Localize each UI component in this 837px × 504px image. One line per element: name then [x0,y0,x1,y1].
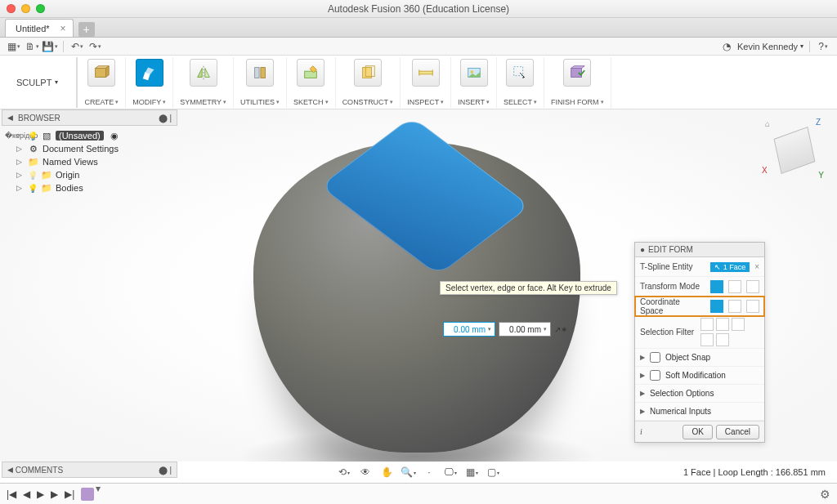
svg-point-8 [470,70,473,74]
file-menu-button[interactable]: 🗎 [25,39,39,54]
timeline-start-button[interactable]: |◀ [7,488,16,500]
soft-mod-checkbox[interactable] [650,370,660,381]
grid-button[interactable]: ▦ [463,465,480,479]
pan-button[interactable]: ✋ [378,465,395,479]
ribbon-label: CREATE [84,98,119,106]
browser-item[interactable]: ▷⚙Document Settings [2,142,177,155]
timeline-playhead[interactable]: ▾ [96,483,101,494]
ribbon-sketch[interactable]: SKETCH [287,57,336,108]
inspect-icon [412,59,440,87]
fit-button[interactable]: · [421,465,437,479]
new-tab-button[interactable]: + [78,22,95,37]
filter-option[interactable] [732,318,745,331]
svg-rect-10 [571,68,582,77]
info-icon[interactable]: i [640,427,642,436]
filter-option[interactable] [700,333,714,346]
viewport-button[interactable]: ▢ [485,465,501,479]
display-button[interactable]: 🖵 [442,465,459,479]
home-icon[interactable]: ⌂ [765,119,770,128]
undo-button[interactable]: ↶ [69,39,84,54]
svg-rect-3 [305,71,317,78]
filter-option[interactable] [716,333,729,346]
job-status-icon[interactable]: ◔ [719,39,734,54]
ribbon-select[interactable]: SELECT [497,57,544,108]
coord-space-option[interactable] [746,300,759,313]
folder-icon: 📁 [41,170,52,181]
settings-gear-icon[interactable]: ⚙ [820,488,830,501]
coord-space-option[interactable] [728,300,741,313]
flyout-icon[interactable]: ↗✶ [554,322,567,337]
transform-mode-option[interactable] [728,280,741,293]
utilities-icon [246,59,274,87]
browser-item[interactable]: ▷💡📁Origin [2,168,177,181]
transform-mode-option[interactable] [746,280,759,293]
object-snap-checkbox[interactable] [650,352,660,363]
selection-pill[interactable]: ↖1 Face [710,262,750,272]
viewcube[interactable]: ⌂ Z X Y [768,123,822,176]
close-tab-icon[interactable]: × [60,23,66,34]
ribbon-utilities[interactable]: UTILITIES [234,57,287,108]
browser-item[interactable]: ▷📁Named Views [2,155,177,168]
ribbon-finish-form[interactable]: FINISH FORM [544,57,611,108]
user-menu[interactable]: Kevin Kennedy▾ [737,42,803,51]
svg-rect-1 [255,67,260,78]
timeline-end-button[interactable]: ▶| [65,488,74,500]
ok-button[interactable]: OK [683,425,712,439]
radio-icon[interactable]: ◉ [110,131,119,141]
save-button[interactable]: 💾 [43,39,57,54]
separator [63,41,64,52]
document-tab-title: Untitled* [16,24,50,33]
object-snap-section[interactable]: ▶Object Snap [635,349,764,367]
lightbulb-icon[interactable]: 💡 [28,132,38,140]
sketch-icon [297,59,325,87]
transform-mode-option[interactable] [710,280,723,293]
cancel-button[interactable]: Cancel [716,425,759,439]
help-button[interactable]: ? [816,39,830,54]
clear-selection-icon[interactable]: × [754,262,759,271]
orbit-button[interactable]: ⟲ [336,465,352,479]
zoom-button[interactable]: 🔍 [400,465,416,479]
ribbon-label: FINISH FORM [551,98,604,106]
browser-item[interactable]: ▷💡📁Bodies [2,181,177,194]
soft-modification-section[interactable]: ▶Soft Modification [635,367,764,385]
ribbon-create[interactable]: CREATE [78,57,126,108]
data-panel-button[interactable]: ▦ [7,39,21,54]
edit-form-panel: ●EDIT FORM T-Spline Entity ↖1 Face × Tra… [634,242,765,443]
ribbon-construct[interactable]: CONSTRUCT [336,57,401,108]
ribbon-symmetry[interactable]: SYMMETRY [173,57,234,108]
numerical-inputs-section[interactable]: ▶Numerical Inputs [635,403,764,421]
selection-options-section[interactable]: ▶Selection Options [635,385,764,403]
dimension-input-2[interactable]: 0.00 mm▾ [499,322,551,337]
browser-header[interactable]: ◀ BROWSER ⬤ | [2,109,177,126]
timeline-prev-button[interactable]: ◀ [23,488,30,500]
panel-header[interactable]: ●EDIT FORM [635,243,764,257]
workspace-switcher[interactable]: SCULPT [3,57,78,108]
redo-button[interactable]: ↷ [87,39,102,54]
zoom-window-button[interactable] [36,4,45,13]
lightbulb-icon[interactable]: 💡 [28,184,38,193]
quick-access-toolbar: ▦ 🗎 💾 ↶ ↷ ◔ Kevin Kennedy▾ ? [0,38,837,56]
look-at-button[interactable]: 👁 [357,465,374,479]
separator [809,41,810,52]
tspline-entity-row: T-Spline Entity ↖1 Face × [635,257,764,277]
timeline-play-button[interactable]: ▶ [37,488,44,500]
browser-root[interactable]: �керідер▿💡▧ (Unsaved) ◉ [2,129,177,142]
viewcube-cube[interactable] [774,127,816,174]
pin-icon[interactable]: ⬤ | [159,114,172,123]
document-tabstrip: Untitled* × + [0,18,837,38]
filter-option[interactable] [700,318,714,331]
lightbulb-icon[interactable]: 💡 [28,171,38,180]
symmetry-icon [190,59,217,87]
ribbon-inspect[interactable]: INSPECT [401,57,451,108]
timeline-feature[interactable] [81,488,94,501]
close-window-button[interactable] [7,4,16,13]
document-tab[interactable]: Untitled* × [5,19,74,37]
coord-space-option[interactable] [710,300,723,313]
timeline-next-button[interactable]: ▶ [51,488,58,500]
filter-option[interactable] [716,318,729,331]
dimension-input-1[interactable]: 0.00 mm▾ [443,322,495,337]
ribbon-modify[interactable]: MODIFY [126,57,173,108]
minimize-window-button[interactable] [21,4,30,13]
ribbon-insert[interactable]: INSERT [451,57,497,108]
component-icon: ▧ [41,131,52,141]
